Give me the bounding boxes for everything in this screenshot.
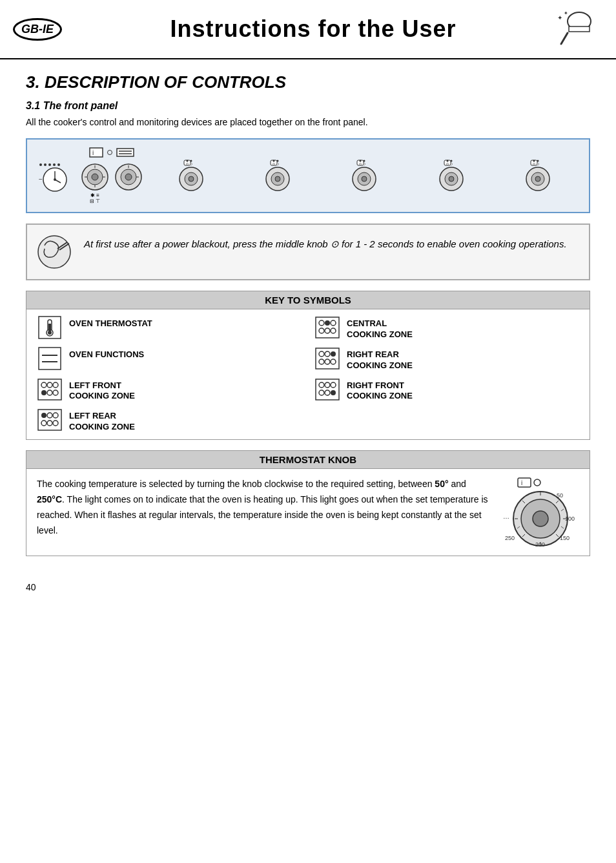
svg-point-39 (189, 176, 194, 182)
right-rear-zone-icon (314, 347, 340, 370)
left-rear-zone-label: LEFT REARCOOKING ZONE (69, 408, 135, 433)
page-header: GB-IE Instructions for the User ✦ ✦ (0, 0, 616, 59)
svg-point-112 (41, 413, 46, 418)
clock-area: − (37, 157, 73, 194)
svg-text:✦: ✦ (564, 10, 568, 16)
svg-point-34 (190, 160, 192, 162)
thermostat-knob-body: The cooking temperature is selected by t… (26, 469, 590, 556)
svg-point-83 (331, 320, 336, 326)
svg-point-72 (38, 236, 70, 268)
right-rear-zone-label: RIGHT REARCOOKING ZONE (347, 347, 413, 371)
page-number: 40 (0, 569, 616, 605)
svg-point-98 (41, 382, 46, 388)
svg-point-65 (533, 160, 535, 162)
svg-point-43 (273, 163, 275, 165)
left-rear-zone-icon (37, 408, 63, 432)
svg-text:50: 50 (557, 492, 563, 499)
svg-point-50 (364, 160, 365, 162)
svg-text:i: i (92, 149, 94, 156)
svg-line-2 (561, 33, 568, 44)
section-title: 3. DESCRIPTION OF CONTROLS (26, 72, 590, 92)
key-item-left-rear: LEFT REARCOOKING ZONE (37, 408, 302, 433)
svg-point-123 (533, 511, 548, 526)
svg-point-5 (39, 163, 42, 166)
svg-point-93 (331, 351, 336, 357)
svg-point-44 (277, 163, 279, 165)
left-front-zone-icon (37, 378, 63, 401)
right-front-zone-label: RIGHT FRONTCOOKING ZONE (347, 378, 413, 402)
svg-rect-87 (39, 348, 61, 369)
svg-point-91 (319, 351, 324, 357)
svg-point-84 (319, 328, 324, 333)
svg-text:i: i (521, 479, 522, 486)
svg-point-7 (48, 163, 51, 166)
main-content: 3. DESCRIPTION OF CONTROLS 3.1 The front… (0, 59, 616, 569)
central-zone-icon (314, 316, 340, 339)
oven-functions-icon (37, 347, 63, 370)
svg-point-92 (325, 351, 330, 357)
thermostat-knob-text: The cooking temperature is selected by t… (37, 477, 489, 538)
center-controls: i (81, 147, 143, 204)
svg-point-41 (273, 160, 275, 162)
svg-point-49 (360, 160, 362, 162)
svg-point-67 (533, 163, 535, 165)
key-to-symbols-section: KEY TO SYMBOLS OVEN THERMOSTAT (26, 291, 590, 440)
svg-point-58 (450, 160, 452, 162)
key-item-right-rear: RIGHT REARCOOKING ZONE (314, 347, 579, 371)
front-panel-diagram: − i (26, 138, 590, 213)
svg-point-35 (187, 163, 189, 165)
svg-point-103 (53, 390, 58, 395)
svg-point-22 (92, 174, 98, 180)
svg-point-116 (47, 421, 52, 426)
svg-point-52 (364, 163, 365, 165)
svg-point-51 (360, 163, 362, 165)
svg-rect-118 (518, 478, 531, 487)
svg-point-82 (325, 320, 330, 326)
svg-point-6 (44, 163, 46, 166)
svg-point-86 (331, 328, 336, 333)
svg-point-57 (446, 160, 448, 162)
thermostat-symbol-icon (37, 316, 63, 339)
warning-icon (35, 233, 74, 271)
svg-point-101 (41, 390, 46, 395)
svg-point-115 (41, 421, 46, 426)
svg-point-63 (449, 176, 454, 182)
svg-text:250: 250 (505, 535, 515, 541)
svg-point-71 (535, 176, 540, 182)
svg-rect-15 (90, 148, 103, 157)
page-title: Instructions for the User (75, 16, 551, 43)
svg-point-60 (450, 163, 452, 165)
key-item-central: CENTRALCOOKING ZONE (314, 316, 579, 340)
subsection-title: 3.1 The front panel (26, 100, 590, 112)
left-front-zone-label: LEFT FRONTCOOKING ZONE (69, 378, 135, 402)
svg-text:…: … (503, 513, 509, 520)
svg-point-113 (47, 413, 52, 418)
thermostat-knob-header: THERMOSTAT KNOB (26, 451, 590, 469)
svg-point-33 (187, 160, 189, 162)
oven-functions-label: OVEN FUNCTIONS (69, 347, 144, 360)
svg-rect-17 (117, 149, 134, 156)
svg-point-109 (325, 390, 330, 395)
svg-point-106 (325, 382, 330, 388)
svg-point-114 (53, 413, 58, 418)
svg-text:150: 150 (560, 535, 570, 541)
key-item-thermostat: OVEN THERMOSTAT (37, 316, 302, 340)
svg-point-29 (125, 174, 132, 180)
svg-point-85 (325, 328, 330, 333)
svg-point-110 (331, 390, 336, 395)
front-panel-description: All the cooker's control and monitoring … (26, 116, 590, 129)
svg-point-99 (47, 382, 52, 388)
svg-point-102 (47, 390, 52, 395)
svg-point-36 (190, 163, 192, 165)
key-item-oven-functions: OVEN FUNCTIONS (37, 347, 302, 371)
thermostat-knob-section: THERMOSTAT KNOB The cooking temperature … (26, 450, 590, 556)
right-front-zone-icon (314, 378, 340, 401)
svg-rect-80 (316, 317, 339, 338)
svg-point-42 (277, 160, 279, 162)
svg-point-108 (319, 390, 324, 395)
central-zone-label: CENTRALCOOKING ZONE (347, 316, 413, 340)
key-item-left-front: LEFT FRONTCOOKING ZONE (37, 378, 302, 402)
svg-text:−: − (39, 176, 43, 183)
svg-point-100 (53, 382, 58, 388)
svg-point-8 (53, 163, 56, 166)
